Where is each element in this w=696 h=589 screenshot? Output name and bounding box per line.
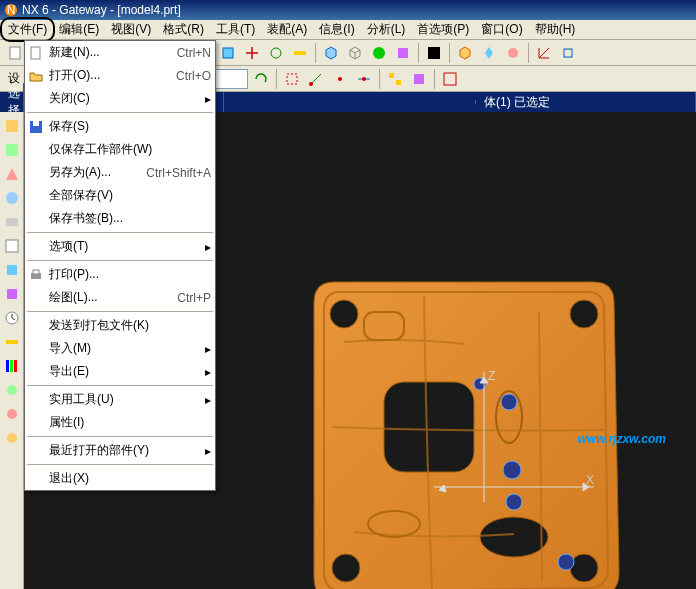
menu-item-import[interactable]: 导入(M) ▸ bbox=[25, 337, 215, 360]
open-icon bbox=[28, 68, 44, 84]
svg-point-14 bbox=[373, 47, 385, 59]
color-icon[interactable] bbox=[423, 42, 445, 64]
menu-pref[interactable]: 首选项(P) bbox=[411, 19, 475, 40]
menu-item-export[interactable]: 导出(E) ▸ bbox=[25, 360, 215, 383]
menu-item-saveas[interactable]: 另存为(A)... Ctrl+Shift+A bbox=[25, 161, 215, 184]
sel-icon[interactable] bbox=[408, 68, 430, 90]
tool-icon[interactable] bbox=[265, 42, 287, 64]
menu-window[interactable]: 窗口(O) bbox=[475, 19, 528, 40]
svg-rect-62 bbox=[33, 121, 39, 126]
sel-icon[interactable] bbox=[384, 68, 406, 90]
svg-point-50 bbox=[503, 461, 521, 479]
sel-icon[interactable] bbox=[281, 68, 303, 90]
svg-rect-37 bbox=[10, 360, 13, 372]
menu-item-saveall[interactable]: 全部保存(V) bbox=[25, 184, 215, 207]
cube-icon[interactable] bbox=[454, 42, 476, 64]
svg-point-52 bbox=[558, 554, 574, 570]
nav-icon[interactable] bbox=[2, 428, 22, 448]
menu-item-sendpack[interactable]: 发送到打包文件(K) bbox=[25, 314, 215, 337]
tool-icon[interactable] bbox=[557, 42, 579, 64]
app-icon: N bbox=[4, 3, 18, 17]
menu-item-new[interactable]: 新建(N)... Ctrl+N bbox=[25, 41, 215, 64]
chevron-right-icon: ▸ bbox=[205, 365, 211, 379]
menu-analysis[interactable]: 分析(L) bbox=[361, 19, 412, 40]
menu-file[interactable]: 文件(F) bbox=[2, 19, 53, 40]
menu-item-utilities[interactable]: 实用工具(U) ▸ bbox=[25, 388, 215, 411]
svg-rect-16 bbox=[428, 47, 440, 59]
nav-icon[interactable] bbox=[2, 116, 22, 136]
shade-icon[interactable] bbox=[320, 42, 342, 64]
menu-item-close[interactable]: 关闭(C) ▸ bbox=[25, 87, 215, 110]
menu-item-recent[interactable]: 最近打开的部件(Y) ▸ bbox=[25, 439, 215, 462]
sel-icon[interactable] bbox=[329, 68, 351, 90]
menu-item-saveworkonly[interactable]: 仅保存工作部件(W) bbox=[25, 138, 215, 161]
tool-icon[interactable] bbox=[502, 42, 524, 64]
sel-icon[interactable] bbox=[305, 68, 327, 90]
menu-item-exit[interactable]: 退出(X) bbox=[25, 467, 215, 490]
menu-view[interactable]: 视图(V) bbox=[105, 19, 157, 40]
menu-bar[interactable]: 文件(F) 编辑(E) 视图(V) 格式(R) 工具(T) 装配(A) 信息(I… bbox=[0, 20, 696, 40]
svg-point-49 bbox=[501, 394, 517, 410]
left-toolbar bbox=[0, 112, 24, 589]
new-icon bbox=[28, 45, 44, 61]
menu-help[interactable]: 帮助(H) bbox=[529, 19, 582, 40]
wireframe-icon[interactable] bbox=[344, 42, 366, 64]
svg-rect-2 bbox=[10, 47, 20, 59]
menu-item-print[interactable]: 打印(P)... bbox=[25, 263, 215, 286]
separator bbox=[528, 43, 529, 63]
tool-icon[interactable] bbox=[478, 42, 500, 64]
view-icon[interactable] bbox=[368, 42, 390, 64]
svg-rect-36 bbox=[6, 360, 9, 372]
svg-point-12 bbox=[271, 48, 281, 58]
nav-icon[interactable] bbox=[2, 380, 22, 400]
window-title: NX 6 - Gateway - [model4.prt] bbox=[22, 3, 181, 17]
svg-rect-60 bbox=[31, 47, 40, 59]
menu-item-save[interactable]: 保存(S) bbox=[25, 115, 215, 138]
view-icon[interactable] bbox=[392, 42, 414, 64]
menu-item-open[interactable]: 打开(O)... Ctrl+O bbox=[25, 64, 215, 87]
tool-icon[interactable] bbox=[289, 42, 311, 64]
svg-rect-64 bbox=[33, 270, 39, 274]
nav-icon[interactable] bbox=[2, 332, 22, 352]
separator bbox=[315, 43, 316, 63]
menu-assembly[interactable]: 装配(A) bbox=[261, 19, 313, 40]
nav-icon[interactable] bbox=[2, 260, 22, 280]
menu-format[interactable]: 格式(R) bbox=[157, 19, 210, 40]
svg-rect-38 bbox=[14, 360, 17, 372]
svg-rect-24 bbox=[396, 80, 401, 85]
sel-spacer bbox=[224, 100, 476, 104]
menu-item-properties[interactable]: 属性(I) bbox=[25, 411, 215, 434]
nav-icon[interactable] bbox=[2, 212, 22, 232]
nav-icon[interactable] bbox=[2, 404, 22, 424]
nav-icon[interactable] bbox=[2, 356, 22, 376]
svg-rect-15 bbox=[398, 48, 408, 58]
separator bbox=[27, 464, 213, 465]
menu-tools[interactable]: 工具(T) bbox=[210, 19, 261, 40]
svg-point-21 bbox=[338, 77, 342, 81]
axis-icon[interactable] bbox=[533, 42, 555, 64]
menu-item-savebookmark[interactable]: 保存书签(B)... bbox=[25, 207, 215, 230]
menu-item-options[interactable]: 选项(T) ▸ bbox=[25, 235, 215, 258]
nav-icon[interactable] bbox=[2, 284, 22, 304]
file-menu-dropdown[interactable]: 新建(N)... Ctrl+N 打开(O)... Ctrl+O 关闭(C) ▸ … bbox=[24, 40, 216, 491]
menu-info[interactable]: 信息(I) bbox=[313, 19, 360, 40]
tool-icon[interactable] bbox=[217, 42, 239, 64]
sel-icon[interactable] bbox=[353, 68, 375, 90]
clock-icon[interactable] bbox=[2, 308, 22, 328]
nav-icon[interactable] bbox=[2, 236, 22, 256]
sel-icon[interactable] bbox=[439, 68, 461, 90]
print-icon bbox=[28, 267, 44, 283]
svg-rect-19 bbox=[287, 74, 297, 84]
new-icon[interactable] bbox=[4, 42, 26, 64]
nav-icon[interactable] bbox=[2, 140, 22, 160]
tool-icon[interactable] bbox=[241, 42, 263, 64]
svg-point-40 bbox=[7, 409, 17, 419]
menu-edit[interactable]: 编辑(E) bbox=[53, 19, 105, 40]
menu-item-plot[interactable]: 绘图(L)... Ctrl+P bbox=[25, 286, 215, 309]
nav-icon[interactable] bbox=[2, 164, 22, 184]
nav-icon[interactable] bbox=[2, 188, 22, 208]
svg-point-42 bbox=[330, 300, 358, 328]
refresh-icon[interactable] bbox=[250, 68, 272, 90]
svg-rect-18 bbox=[564, 49, 572, 57]
separator bbox=[27, 436, 213, 437]
